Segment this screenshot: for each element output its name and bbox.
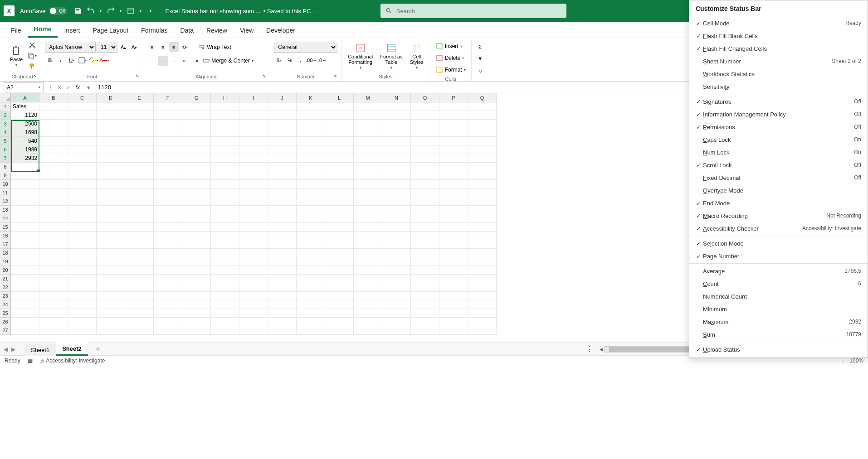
add-sheet-button[interactable]: ＋ <box>93 345 102 354</box>
row-header[interactable]: 21 <box>0 275 11 283</box>
cell[interactable] <box>382 326 411 335</box>
cell[interactable] <box>97 214 125 223</box>
row-header[interactable]: 12 <box>0 197 11 206</box>
cell[interactable] <box>354 102 382 111</box>
row-header[interactable]: 22 <box>0 283 11 292</box>
cell[interactable] <box>468 300 497 309</box>
cell[interactable] <box>154 266 182 275</box>
cell[interactable] <box>182 102 211 111</box>
sheet-tab-sheet2[interactable]: Sheet2 <box>56 343 88 356</box>
cell[interactable] <box>39 188 68 197</box>
cell[interactable] <box>325 188 354 197</box>
cell[interactable] <box>325 206 354 214</box>
cell[interactable] <box>97 275 125 283</box>
cell[interactable]: 1989 <box>11 145 39 154</box>
cell[interactable] <box>125 102 154 111</box>
status-bar-option-sensitivity[interactable]: Sensitivity <box>689 80 868 93</box>
font-name-select[interactable]: Aptos Narrow <box>45 42 96 53</box>
status-bar-option-count[interactable]: Count6 <box>689 277 868 290</box>
cell[interactable] <box>154 240 182 249</box>
cell[interactable] <box>325 128 354 137</box>
cell[interactable] <box>382 214 411 223</box>
cell[interactable] <box>411 111 439 120</box>
currency-button[interactable]: $▾ <box>274 55 284 65</box>
align-middle-button[interactable]: ≡ <box>158 42 168 52</box>
cell[interactable] <box>382 249 411 257</box>
cell[interactable] <box>154 120 182 128</box>
cell[interactable] <box>68 249 97 257</box>
cell[interactable] <box>154 257 182 266</box>
cell[interactable] <box>154 188 182 197</box>
cell[interactable] <box>468 326 497 335</box>
cell[interactable] <box>439 249 468 257</box>
cell[interactable] <box>439 128 468 137</box>
cell[interactable] <box>39 223 68 232</box>
cell[interactable] <box>411 145 439 154</box>
cell[interactable] <box>325 180 354 188</box>
cell[interactable] <box>125 180 154 188</box>
cell[interactable] <box>411 120 439 128</box>
cell[interactable] <box>382 223 411 232</box>
cell[interactable] <box>97 206 125 214</box>
cell[interactable] <box>268 197 297 206</box>
cell[interactable] <box>68 275 97 283</box>
cell[interactable] <box>354 180 382 188</box>
cell[interactable] <box>68 257 97 266</box>
cell[interactable] <box>182 154 211 163</box>
cell[interactable] <box>297 266 325 275</box>
column-header[interactable]: I <box>239 93 268 102</box>
cell[interactable] <box>97 188 125 197</box>
cell[interactable] <box>411 171 439 180</box>
row-header[interactable]: 3 <box>0 120 11 128</box>
delete-cells-button[interactable]: Delete ▾ <box>434 53 466 63</box>
cell[interactable] <box>239 102 268 111</box>
cell[interactable] <box>11 292 39 300</box>
cell[interactable] <box>239 223 268 232</box>
tab-home[interactable]: Home <box>28 22 58 38</box>
status-bar-option-minimum[interactable]: Minimum <box>689 303 868 315</box>
cell[interactable] <box>411 300 439 309</box>
cell[interactable] <box>125 249 154 257</box>
search-input[interactable] <box>396 8 561 14</box>
status-bar-option-macro-recording[interactable]: ✓Macro RecordingNot Recording <box>689 209 868 222</box>
cell[interactable] <box>182 283 211 292</box>
cell[interactable] <box>382 188 411 197</box>
cell[interactable] <box>468 292 497 300</box>
column-header[interactable]: J <box>268 93 297 102</box>
cell[interactable] <box>325 197 354 206</box>
cell[interactable] <box>154 145 182 154</box>
cell[interactable] <box>354 275 382 283</box>
column-header[interactable]: Q <box>468 93 497 102</box>
dialog-launcher-icon[interactable]: ⬊ <box>334 74 339 79</box>
cell[interactable] <box>239 257 268 266</box>
cell[interactable] <box>382 206 411 214</box>
cell[interactable] <box>268 163 297 171</box>
cell[interactable] <box>439 171 468 180</box>
form-icon[interactable] <box>127 7 134 14</box>
cell[interactable] <box>297 257 325 266</box>
cell[interactable] <box>125 275 154 283</box>
cell[interactable] <box>354 154 382 163</box>
cell[interactable] <box>297 137 325 145</box>
row-header[interactable]: 9 <box>0 171 11 180</box>
cell[interactable] <box>325 102 354 111</box>
cell[interactable] <box>354 232 382 240</box>
underline-button[interactable]: U▾ <box>67 55 77 65</box>
cell[interactable] <box>125 163 154 171</box>
cell[interactable] <box>468 137 497 145</box>
cell[interactable] <box>325 111 354 120</box>
cell[interactable] <box>468 163 497 171</box>
row-header[interactable]: 10 <box>0 180 11 188</box>
cell[interactable] <box>325 120 354 128</box>
status-bar-option-sum[interactable]: Sum10779 <box>689 328 868 341</box>
cell[interactable] <box>182 128 211 137</box>
column-header[interactable]: E <box>125 93 154 102</box>
cell[interactable] <box>68 197 97 206</box>
cell[interactable] <box>125 266 154 275</box>
cell[interactable] <box>439 120 468 128</box>
cell[interactable] <box>97 326 125 335</box>
dialog-launcher-icon[interactable]: ⬊ <box>34 74 39 79</box>
cell[interactable] <box>211 318 239 326</box>
cell[interactable] <box>468 206 497 214</box>
cell[interactable] <box>268 292 297 300</box>
